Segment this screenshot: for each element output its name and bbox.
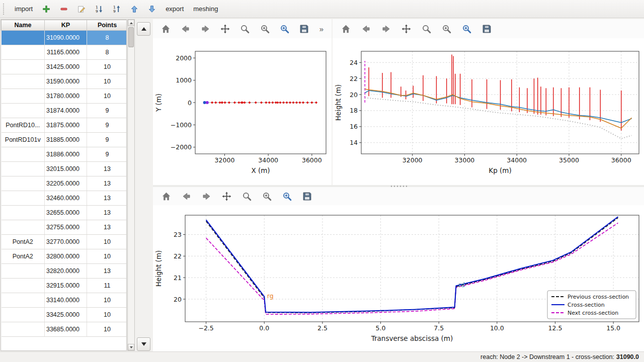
cell-points[interactable]: 9: [87, 104, 127, 118]
cell-name[interactable]: [2, 45, 45, 60]
table-row[interactable]: 33425.000010: [2, 308, 127, 322]
export-button[interactable]: export: [162, 3, 188, 15]
back-button[interactable]: [179, 22, 192, 36]
table-row[interactable]: 31090.00008: [2, 31, 127, 45]
home-button[interactable]: [339, 22, 353, 36]
table-row[interactable]: PontRD101v31885.00009: [2, 133, 127, 147]
table-row[interactable]: 32205.000013: [2, 176, 127, 191]
table-row[interactable]: PontA232770.000010: [2, 235, 127, 249]
cell-points[interactable]: 10: [87, 235, 127, 249]
zoom-region-button[interactable]: [278, 22, 291, 36]
cell-kp[interactable]: 32460.0000: [45, 191, 87, 206]
cell-name[interactable]: [2, 279, 45, 293]
cell-points[interactable]: 9: [87, 133, 127, 147]
toolbar-grip[interactable]: [3, 4, 7, 15]
cell-kp[interactable]: 32915.0000: [45, 279, 87, 293]
cell-points[interactable]: 13: [87, 220, 127, 235]
table-row[interactable]: 32820.000013: [2, 264, 127, 279]
cell-kp[interactable]: 31780.0000: [45, 89, 87, 104]
cell-points[interactable]: 10: [87, 89, 127, 104]
cell-name[interactable]: [2, 89, 45, 104]
cell-points[interactable]: 9: [87, 118, 127, 133]
table-row[interactable]: 32655.000013: [2, 206, 127, 220]
edit-cross-section-button[interactable]: [73, 3, 90, 15]
cell-name[interactable]: [2, 191, 45, 206]
move-up-button[interactable]: [126, 3, 142, 15]
plan-view-figure[interactable]: 320003400036000−2000−1000010002000X (m)Y…: [153, 38, 332, 187]
add-cross-section-button[interactable]: [38, 3, 54, 15]
cell-kp[interactable]: 31885.0000: [45, 133, 87, 147]
table-row[interactable]: 31780.000010: [2, 89, 127, 104]
column-header-kp[interactable]: KP: [45, 20, 87, 31]
table-row[interactable]: PontRD10...31875.00009: [2, 118, 127, 133]
cell-points[interactable]: 13: [87, 176, 127, 191]
cell-name[interactable]: [2, 206, 45, 220]
save-button[interactable]: [297, 22, 311, 36]
table-row[interactable]: 32755.000013: [2, 220, 127, 235]
cell-points[interactable]: 10: [87, 60, 127, 74]
longitudinal-profile-figure[interactable]: 3200033000340003500036000141618202224Kp …: [333, 38, 644, 187]
forward-button[interactable]: [199, 189, 213, 203]
cell-kp[interactable]: 33140.0000: [45, 293, 87, 308]
save-button[interactable]: [300, 189, 314, 203]
column-header-name[interactable]: Name: [2, 20, 45, 31]
table-row[interactable]: 32015.000013: [2, 162, 127, 176]
previous-cross-section-button[interactable]: [137, 22, 150, 36]
remove-cross-section-button[interactable]: [56, 3, 72, 15]
cell-kp[interactable]: 31165.0000: [45, 45, 87, 60]
cell-points[interactable]: 13: [87, 162, 127, 176]
cell-kp[interactable]: 31425.0000: [45, 60, 87, 74]
zoom-region-button[interactable]: [280, 189, 294, 203]
cell-name[interactable]: [2, 220, 45, 235]
table-row[interactable]: 32915.000011: [2, 279, 127, 293]
cross-section-figure[interactable]: −2.50.02.55.07.510.012.515.020212223Tran…: [153, 205, 644, 352]
cell-name[interactable]: [2, 264, 45, 279]
cell-kp[interactable]: 31875.0000: [45, 118, 87, 133]
zoom-in-button[interactable]: [258, 22, 272, 36]
scrollbar-thumb[interactable]: [128, 27, 134, 47]
back-button[interactable]: [359, 22, 373, 36]
table-row[interactable]: 33140.000010: [2, 293, 127, 308]
save-button[interactable]: [479, 22, 494, 36]
cell-kp[interactable]: 32655.0000: [45, 206, 87, 220]
table-row[interactable]: 31590.000010: [2, 74, 127, 89]
zoom-in-button[interactable]: [260, 189, 274, 203]
back-button[interactable]: [179, 189, 193, 203]
cell-points[interactable]: 13: [87, 206, 127, 220]
cell-kp[interactable]: 31090.0000: [45, 31, 87, 45]
cell-name[interactable]: [2, 74, 45, 89]
cell-kp[interactable]: 31590.0000: [45, 74, 87, 89]
cell-points[interactable]: 10: [87, 308, 127, 322]
cell-points[interactable]: 10: [87, 322, 127, 337]
cell-kp[interactable]: 32770.0000: [45, 235, 87, 249]
forward-button[interactable]: [199, 22, 212, 36]
meshing-button[interactable]: meshing: [189, 3, 222, 15]
move-down-button[interactable]: [144, 3, 160, 15]
cell-points[interactable]: 10: [87, 249, 127, 264]
cell-points[interactable]: 9: [87, 147, 127, 162]
zoom-region-button[interactable]: [459, 22, 473, 36]
cell-name[interactable]: [2, 322, 45, 337]
sort-descending-button[interactable]: 19: [109, 3, 125, 15]
home-button[interactable]: [159, 22, 173, 36]
next-cross-section-button[interactable]: [137, 337, 150, 351]
forward-button[interactable]: [379, 22, 393, 36]
zoom-in-button[interactable]: [439, 22, 453, 36]
cell-points[interactable]: 8: [87, 31, 127, 45]
column-header-points[interactable]: Points: [87, 20, 127, 31]
table-row[interactable]: 31874.00009: [2, 104, 127, 118]
table-row[interactable]: PontA232800.000010: [2, 249, 127, 264]
cell-name[interactable]: [2, 308, 45, 322]
pan-button[interactable]: [218, 22, 232, 36]
cell-name[interactable]: PontRD101v: [2, 133, 45, 147]
table-row[interactable]: 31425.000010: [2, 60, 127, 74]
cell-name[interactable]: [2, 104, 45, 118]
cell-kp[interactable]: 33685.0000: [45, 322, 87, 337]
home-button[interactable]: [159, 189, 173, 203]
cell-name[interactable]: [2, 162, 45, 176]
cell-points[interactable]: 13: [87, 191, 127, 206]
table-scrollbar[interactable]: [127, 19, 135, 351]
cell-points[interactable]: 10: [87, 293, 127, 308]
cell-name[interactable]: [2, 293, 45, 308]
cell-kp[interactable]: 33425.0000: [45, 308, 87, 322]
